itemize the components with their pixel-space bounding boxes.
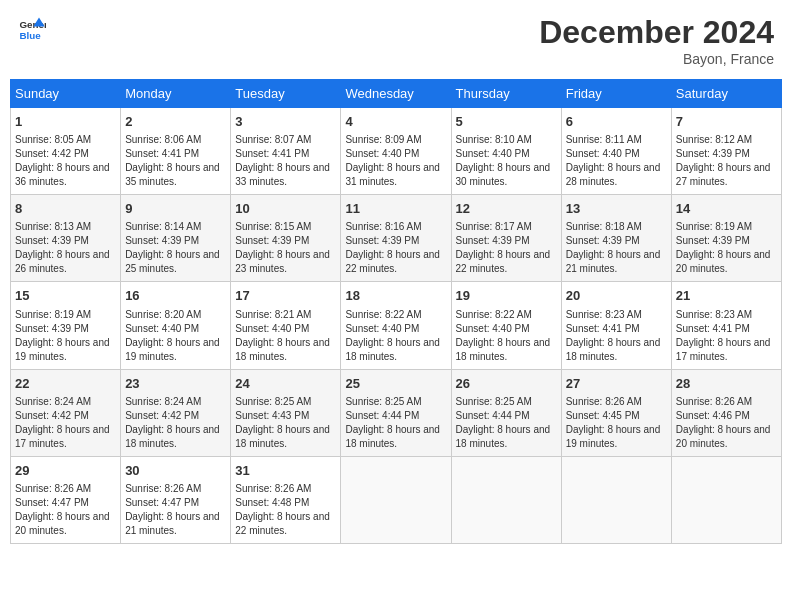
calendar-cell: 5Sunrise: 8:10 AMSunset: 4:40 PMDaylight… xyxy=(451,108,561,195)
location: Bayon, France xyxy=(539,51,774,67)
column-header-sunday: Sunday xyxy=(11,80,121,108)
day-number: 12 xyxy=(456,200,557,218)
day-number: 9 xyxy=(125,200,226,218)
calendar-cell: 24Sunrise: 8:25 AMSunset: 4:43 PMDayligh… xyxy=(231,369,341,456)
day-number: 14 xyxy=(676,200,777,218)
day-info: Sunrise: 8:13 AMSunset: 4:39 PMDaylight:… xyxy=(15,220,116,276)
day-number: 25 xyxy=(345,375,446,393)
logo: General Blue xyxy=(18,14,46,42)
day-number: 26 xyxy=(456,375,557,393)
calendar-cell: 18Sunrise: 8:22 AMSunset: 4:40 PMDayligh… xyxy=(341,282,451,369)
day-info: Sunrise: 8:24 AMSunset: 4:42 PMDaylight:… xyxy=(125,395,226,451)
day-info: Sunrise: 8:25 AMSunset: 4:43 PMDaylight:… xyxy=(235,395,336,451)
calendar-week-5: 29Sunrise: 8:26 AMSunset: 4:47 PMDayligh… xyxy=(11,456,782,543)
day-info: Sunrise: 8:14 AMSunset: 4:39 PMDaylight:… xyxy=(125,220,226,276)
calendar-cell: 7Sunrise: 8:12 AMSunset: 4:39 PMDaylight… xyxy=(671,108,781,195)
calendar-cell: 6Sunrise: 8:11 AMSunset: 4:40 PMDaylight… xyxy=(561,108,671,195)
calendar-cell: 26Sunrise: 8:25 AMSunset: 4:44 PMDayligh… xyxy=(451,369,561,456)
day-info: Sunrise: 8:19 AMSunset: 4:39 PMDaylight:… xyxy=(15,308,116,364)
column-header-monday: Monday xyxy=(121,80,231,108)
day-info: Sunrise: 8:25 AMSunset: 4:44 PMDaylight:… xyxy=(345,395,446,451)
day-info: Sunrise: 8:23 AMSunset: 4:41 PMDaylight:… xyxy=(566,308,667,364)
day-info: Sunrise: 8:15 AMSunset: 4:39 PMDaylight:… xyxy=(235,220,336,276)
calendar-cell: 25Sunrise: 8:25 AMSunset: 4:44 PMDayligh… xyxy=(341,369,451,456)
calendar-cell: 29Sunrise: 8:26 AMSunset: 4:47 PMDayligh… xyxy=(11,456,121,543)
day-info: Sunrise: 8:21 AMSunset: 4:40 PMDaylight:… xyxy=(235,308,336,364)
calendar-cell: 3Sunrise: 8:07 AMSunset: 4:41 PMDaylight… xyxy=(231,108,341,195)
day-number: 20 xyxy=(566,287,667,305)
calendar-cell: 11Sunrise: 8:16 AMSunset: 4:39 PMDayligh… xyxy=(341,195,451,282)
day-info: Sunrise: 8:23 AMSunset: 4:41 PMDaylight:… xyxy=(676,308,777,364)
header: General Blue December 2024 Bayon, France xyxy=(10,10,782,71)
day-info: Sunrise: 8:05 AMSunset: 4:42 PMDaylight:… xyxy=(15,133,116,189)
calendar-table: SundayMondayTuesdayWednesdayThursdayFrid… xyxy=(10,79,782,544)
calendar-week-2: 8Sunrise: 8:13 AMSunset: 4:39 PMDaylight… xyxy=(11,195,782,282)
calendar-cell: 14Sunrise: 8:19 AMSunset: 4:39 PMDayligh… xyxy=(671,195,781,282)
day-info: Sunrise: 8:26 AMSunset: 4:46 PMDaylight:… xyxy=(676,395,777,451)
day-info: Sunrise: 8:26 AMSunset: 4:48 PMDaylight:… xyxy=(235,482,336,538)
day-number: 17 xyxy=(235,287,336,305)
day-number: 31 xyxy=(235,462,336,480)
day-number: 23 xyxy=(125,375,226,393)
calendar-cell: 23Sunrise: 8:24 AMSunset: 4:42 PMDayligh… xyxy=(121,369,231,456)
column-header-tuesday: Tuesday xyxy=(231,80,341,108)
calendar-cell: 10Sunrise: 8:15 AMSunset: 4:39 PMDayligh… xyxy=(231,195,341,282)
day-info: Sunrise: 8:26 AMSunset: 4:47 PMDaylight:… xyxy=(125,482,226,538)
day-number: 1 xyxy=(15,113,116,131)
calendar-cell xyxy=(671,456,781,543)
day-info: Sunrise: 8:17 AMSunset: 4:39 PMDaylight:… xyxy=(456,220,557,276)
day-number: 2 xyxy=(125,113,226,131)
day-number: 10 xyxy=(235,200,336,218)
day-info: Sunrise: 8:11 AMSunset: 4:40 PMDaylight:… xyxy=(566,133,667,189)
day-info: Sunrise: 8:16 AMSunset: 4:39 PMDaylight:… xyxy=(345,220,446,276)
calendar-week-4: 22Sunrise: 8:24 AMSunset: 4:42 PMDayligh… xyxy=(11,369,782,456)
calendar-cell xyxy=(561,456,671,543)
calendar-header-row: SundayMondayTuesdayWednesdayThursdayFrid… xyxy=(11,80,782,108)
day-number: 24 xyxy=(235,375,336,393)
day-number: 4 xyxy=(345,113,446,131)
day-number: 6 xyxy=(566,113,667,131)
calendar-cell: 27Sunrise: 8:26 AMSunset: 4:45 PMDayligh… xyxy=(561,369,671,456)
day-number: 19 xyxy=(456,287,557,305)
day-number: 27 xyxy=(566,375,667,393)
title-area: December 2024 Bayon, France xyxy=(539,14,774,67)
calendar-cell: 8Sunrise: 8:13 AMSunset: 4:39 PMDaylight… xyxy=(11,195,121,282)
day-info: Sunrise: 8:19 AMSunset: 4:39 PMDaylight:… xyxy=(676,220,777,276)
calendar-cell: 22Sunrise: 8:24 AMSunset: 4:42 PMDayligh… xyxy=(11,369,121,456)
day-number: 8 xyxy=(15,200,116,218)
day-info: Sunrise: 8:18 AMSunset: 4:39 PMDaylight:… xyxy=(566,220,667,276)
calendar-cell: 2Sunrise: 8:06 AMSunset: 4:41 PMDaylight… xyxy=(121,108,231,195)
day-number: 29 xyxy=(15,462,116,480)
calendar-cell xyxy=(451,456,561,543)
calendar-cell: 4Sunrise: 8:09 AMSunset: 4:40 PMDaylight… xyxy=(341,108,451,195)
day-info: Sunrise: 8:12 AMSunset: 4:39 PMDaylight:… xyxy=(676,133,777,189)
calendar-cell: 16Sunrise: 8:20 AMSunset: 4:40 PMDayligh… xyxy=(121,282,231,369)
column-header-friday: Friday xyxy=(561,80,671,108)
logo-icon: General Blue xyxy=(18,14,46,42)
svg-text:Blue: Blue xyxy=(19,30,41,41)
day-number: 15 xyxy=(15,287,116,305)
day-number: 7 xyxy=(676,113,777,131)
day-number: 11 xyxy=(345,200,446,218)
calendar-cell: 17Sunrise: 8:21 AMSunset: 4:40 PMDayligh… xyxy=(231,282,341,369)
day-number: 21 xyxy=(676,287,777,305)
day-number: 3 xyxy=(235,113,336,131)
month-title: December 2024 xyxy=(539,14,774,51)
day-number: 30 xyxy=(125,462,226,480)
calendar-cell: 12Sunrise: 8:17 AMSunset: 4:39 PMDayligh… xyxy=(451,195,561,282)
day-info: Sunrise: 8:20 AMSunset: 4:40 PMDaylight:… xyxy=(125,308,226,364)
calendar-cell: 30Sunrise: 8:26 AMSunset: 4:47 PMDayligh… xyxy=(121,456,231,543)
column-header-thursday: Thursday xyxy=(451,80,561,108)
day-info: Sunrise: 8:10 AMSunset: 4:40 PMDaylight:… xyxy=(456,133,557,189)
day-number: 16 xyxy=(125,287,226,305)
day-number: 28 xyxy=(676,375,777,393)
day-info: Sunrise: 8:26 AMSunset: 4:47 PMDaylight:… xyxy=(15,482,116,538)
column-header-saturday: Saturday xyxy=(671,80,781,108)
calendar-cell: 19Sunrise: 8:22 AMSunset: 4:40 PMDayligh… xyxy=(451,282,561,369)
day-info: Sunrise: 8:24 AMSunset: 4:42 PMDaylight:… xyxy=(15,395,116,451)
day-info: Sunrise: 8:25 AMSunset: 4:44 PMDaylight:… xyxy=(456,395,557,451)
calendar-cell: 28Sunrise: 8:26 AMSunset: 4:46 PMDayligh… xyxy=(671,369,781,456)
calendar-cell: 15Sunrise: 8:19 AMSunset: 4:39 PMDayligh… xyxy=(11,282,121,369)
day-info: Sunrise: 8:09 AMSunset: 4:40 PMDaylight:… xyxy=(345,133,446,189)
calendar-cell: 21Sunrise: 8:23 AMSunset: 4:41 PMDayligh… xyxy=(671,282,781,369)
